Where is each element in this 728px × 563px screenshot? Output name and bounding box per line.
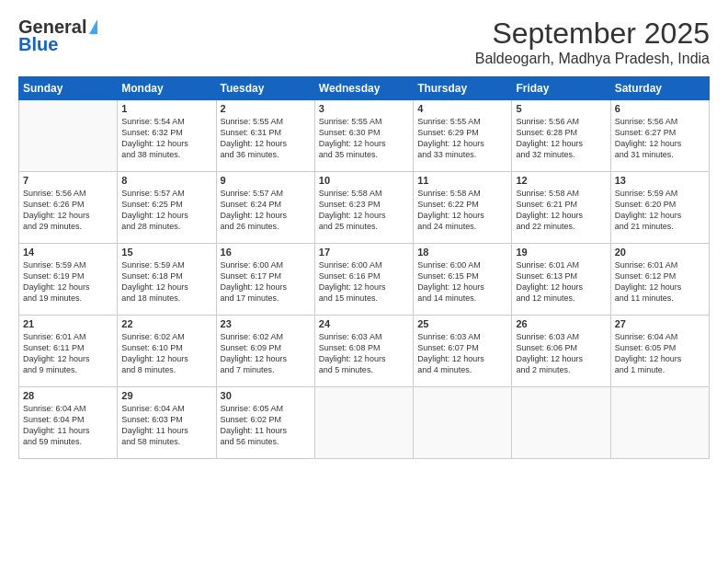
day-number: 17 [319,247,409,258]
header-row: Sunday Monday Tuesday Wednesday Thursday… [19,77,710,100]
day-info: Sunrise: 5:55 AM Sunset: 6:29 PM Dayligh… [417,116,507,161]
day-number: 20 [615,247,705,258]
col-saturday: Saturday [610,77,709,100]
day-info: Sunrise: 6:02 AM Sunset: 6:09 PM Dayligh… [221,331,311,376]
day-number: 7 [23,175,113,186]
day-number: 11 [417,175,507,186]
day-number: 5 [516,103,606,114]
calendar-cell: 16Sunrise: 6:00 AM Sunset: 6:17 PM Dayli… [216,244,314,316]
calendar-cell: 17Sunrise: 6:00 AM Sunset: 6:16 PM Dayli… [314,244,413,316]
day-number: 9 [221,175,311,186]
day-number: 26 [516,318,606,329]
week-row-1: 1Sunrise: 5:54 AM Sunset: 6:32 PM Daylig… [19,100,710,172]
calendar-cell [512,387,610,459]
day-info: Sunrise: 5:57 AM Sunset: 6:24 PM Dayligh… [221,188,311,233]
day-info: Sunrise: 6:00 AM Sunset: 6:15 PM Dayligh… [417,259,507,304]
day-number: 14 [23,247,113,258]
calendar-cell: 18Sunrise: 6:00 AM Sunset: 6:15 PM Dayli… [414,244,512,316]
week-row-5: 28Sunrise: 6:04 AM Sunset: 6:04 PM Dayli… [19,387,710,459]
day-number: 25 [417,318,507,329]
col-sunday: Sunday [19,77,118,100]
day-number: 3 [319,103,409,114]
page: General Blue September 2025 Baldeogarh, … [0,0,728,563]
calendar-cell: 29Sunrise: 6:04 AM Sunset: 6:03 PM Dayli… [118,387,216,459]
day-info: Sunrise: 5:55 AM Sunset: 6:31 PM Dayligh… [221,116,311,161]
calendar-cell: 4Sunrise: 5:55 AM Sunset: 6:29 PM Daylig… [414,100,512,172]
day-number: 30 [221,390,311,401]
col-monday: Monday [118,77,216,100]
day-number: 18 [417,247,507,258]
day-number: 28 [23,390,113,401]
day-number: 27 [615,318,705,329]
day-info: Sunrise: 5:54 AM Sunset: 6:32 PM Dayligh… [121,116,211,161]
calendar-cell: 22Sunrise: 6:02 AM Sunset: 6:10 PM Dayli… [118,316,216,387]
week-row-3: 14Sunrise: 5:59 AM Sunset: 6:19 PM Dayli… [19,244,710,316]
calendar-cell: 5Sunrise: 5:56 AM Sunset: 6:28 PM Daylig… [512,100,610,172]
calendar-cell: 26Sunrise: 6:03 AM Sunset: 6:06 PM Dayli… [512,316,610,387]
day-number: 8 [121,175,211,186]
calendar-cell: 27Sunrise: 6:04 AM Sunset: 6:05 PM Dayli… [610,316,709,387]
day-info: Sunrise: 6:03 AM Sunset: 6:08 PM Dayligh… [319,331,409,376]
col-wednesday: Wednesday [314,77,413,100]
day-info: Sunrise: 6:00 AM Sunset: 6:17 PM Dayligh… [221,259,311,304]
day-number: 1 [121,103,211,114]
day-number: 6 [615,103,705,114]
day-number: 15 [121,247,211,258]
logo: General Blue [18,17,97,55]
location-title: Baldeogarh, Madhya Pradesh, India [475,51,710,67]
calendar-cell: 3Sunrise: 5:55 AM Sunset: 6:30 PM Daylig… [314,100,413,172]
calendar-cell: 1Sunrise: 5:54 AM Sunset: 6:32 PM Daylig… [118,100,216,172]
calendar-cell [414,387,512,459]
week-row-2: 7Sunrise: 5:56 AM Sunset: 6:26 PM Daylig… [19,172,710,244]
calendar-table: Sunday Monday Tuesday Wednesday Thursday… [18,76,710,459]
day-info: Sunrise: 6:04 AM Sunset: 6:03 PM Dayligh… [121,403,211,448]
col-tuesday: Tuesday [216,77,314,100]
header: General Blue September 2025 Baldeogarh, … [18,17,710,67]
day-info: Sunrise: 5:58 AM Sunset: 6:23 PM Dayligh… [319,188,409,233]
calendar-cell: 19Sunrise: 6:01 AM Sunset: 6:13 PM Dayli… [512,244,610,316]
day-info: Sunrise: 5:58 AM Sunset: 6:22 PM Dayligh… [417,188,507,233]
calendar-cell: 23Sunrise: 6:02 AM Sunset: 6:09 PM Dayli… [216,316,314,387]
calendar-cell [314,387,413,459]
day-info: Sunrise: 6:01 AM Sunset: 6:11 PM Dayligh… [23,331,113,376]
day-info: Sunrise: 6:01 AM Sunset: 6:13 PM Dayligh… [516,259,606,304]
calendar-cell: 24Sunrise: 6:03 AM Sunset: 6:08 PM Dayli… [314,316,413,387]
calendar-cell: 9Sunrise: 5:57 AM Sunset: 6:24 PM Daylig… [216,172,314,244]
calendar-cell: 14Sunrise: 5:59 AM Sunset: 6:19 PM Dayli… [19,244,118,316]
day-info: Sunrise: 5:56 AM Sunset: 6:28 PM Dayligh… [516,116,606,161]
day-number: 13 [615,175,705,186]
day-info: Sunrise: 5:59 AM Sunset: 6:18 PM Dayligh… [121,259,211,304]
calendar-cell: 28Sunrise: 6:04 AM Sunset: 6:04 PM Dayli… [19,387,118,459]
day-info: Sunrise: 6:03 AM Sunset: 6:06 PM Dayligh… [516,331,606,376]
col-thursday: Thursday [414,77,512,100]
day-info: Sunrise: 5:58 AM Sunset: 6:21 PM Dayligh… [516,188,606,233]
day-info: Sunrise: 5:56 AM Sunset: 6:27 PM Dayligh… [615,116,705,161]
day-info: Sunrise: 5:56 AM Sunset: 6:26 PM Dayligh… [23,188,113,233]
day-number: 12 [516,175,606,186]
day-info: Sunrise: 6:05 AM Sunset: 6:02 PM Dayligh… [221,403,311,448]
day-number: 16 [221,247,311,258]
calendar-cell: 8Sunrise: 5:57 AM Sunset: 6:25 PM Daylig… [118,172,216,244]
day-info: Sunrise: 6:00 AM Sunset: 6:16 PM Dayligh… [319,259,409,304]
day-info: Sunrise: 6:01 AM Sunset: 6:12 PM Dayligh… [615,259,705,304]
day-info: Sunrise: 5:59 AM Sunset: 6:20 PM Dayligh… [615,188,705,233]
logo-blue: Blue [18,34,58,55]
day-info: Sunrise: 6:04 AM Sunset: 6:05 PM Dayligh… [615,331,705,376]
calendar-cell: 11Sunrise: 5:58 AM Sunset: 6:22 PM Dayli… [414,172,512,244]
calendar-cell [610,387,709,459]
day-info: Sunrise: 5:59 AM Sunset: 6:19 PM Dayligh… [23,259,113,304]
calendar-cell: 7Sunrise: 5:56 AM Sunset: 6:26 PM Daylig… [19,172,118,244]
day-number: 29 [121,390,211,401]
day-info: Sunrise: 5:57 AM Sunset: 6:25 PM Dayligh… [121,188,211,233]
calendar-cell [19,100,118,172]
day-number: 10 [319,175,409,186]
calendar-cell: 10Sunrise: 5:58 AM Sunset: 6:23 PM Dayli… [314,172,413,244]
logo-triangle-icon [89,19,97,34]
day-info: Sunrise: 5:55 AM Sunset: 6:30 PM Dayligh… [319,116,409,161]
day-info: Sunrise: 6:04 AM Sunset: 6:04 PM Dayligh… [23,403,113,448]
day-number: 22 [121,318,211,329]
calendar-cell: 21Sunrise: 6:01 AM Sunset: 6:11 PM Dayli… [19,316,118,387]
calendar-cell: 6Sunrise: 5:56 AM Sunset: 6:27 PM Daylig… [610,100,709,172]
calendar-cell: 20Sunrise: 6:01 AM Sunset: 6:12 PM Dayli… [610,244,709,316]
calendar-cell: 25Sunrise: 6:03 AM Sunset: 6:07 PM Dayli… [414,316,512,387]
